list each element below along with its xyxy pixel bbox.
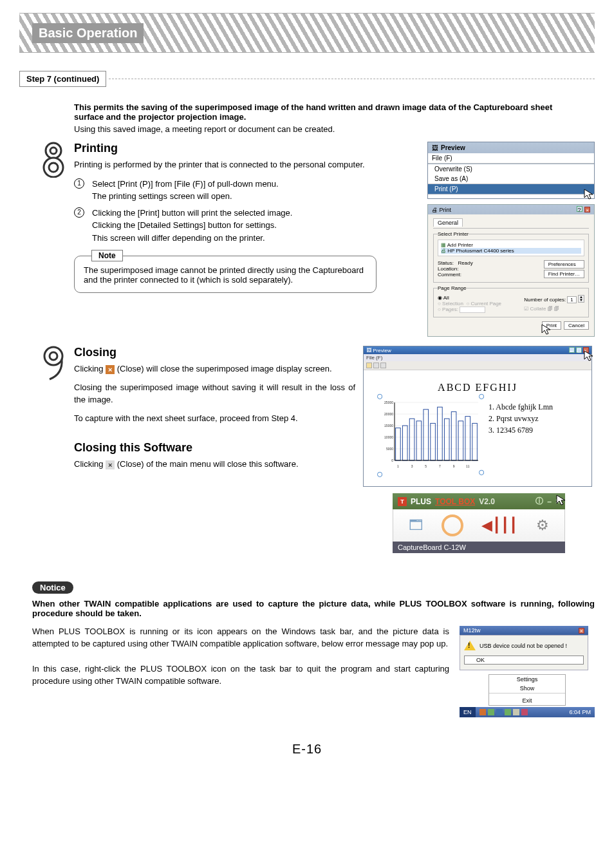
- svg-text:7: 7: [439, 464, 441, 468]
- printing-title: Printing: [74, 142, 414, 155]
- intro-sub: Using this saved image, a meeting report…: [74, 124, 569, 134]
- ctx-show[interactable]: Show: [489, 684, 565, 693]
- error-title: M12tw: [463, 627, 481, 634]
- preferences-button[interactable]: Preferences: [544, 260, 584, 269]
- closing-p1: Clicking × (Close) will close the superi…: [74, 363, 355, 375]
- overwrite-item[interactable]: Overwrite (S): [428, 164, 594, 174]
- lang-indicator[interactable]: EN: [460, 707, 476, 717]
- find-printer-button[interactable]: Find Printer…: [544, 270, 584, 278]
- bar-chart: 05000100001500020000250001357911: [378, 399, 481, 469]
- svg-rect-24: [438, 407, 443, 460]
- step-chip: Step 7 (continued): [19, 71, 106, 87]
- help-icon[interactable]: ⓘ: [535, 496, 543, 507]
- canvas-list-1: 1. Abcde fghijk Lmn: [488, 401, 553, 413]
- brand-plus: PLUS: [411, 497, 431, 506]
- superimposed-preview-window: 🖼 Preview ‒ ▢ × File (F) A: [363, 346, 592, 487]
- notice-bold: When other TWAIN compatible applications…: [32, 599, 595, 618]
- page-number: E-16: [19, 742, 595, 757]
- capture-button[interactable]: [442, 514, 463, 536]
- note-text: The superimposed image cannot be printed…: [84, 265, 367, 285]
- saveas-item[interactable]: Save as (A): [428, 174, 594, 184]
- marker-circle-icon: ○: [478, 390, 485, 403]
- notice-p1: When PLUS TOOLBOX is running or its icon…: [32, 626, 449, 650]
- taskbar-time: 6:04 PM: [565, 707, 595, 717]
- step-bar: Step 7 (continued): [19, 71, 595, 87]
- print-item[interactable]: Print (P): [428, 184, 594, 194]
- tray-icon[interactable]: [479, 709, 486, 715]
- minimize-icon[interactable]: ‒: [569, 347, 575, 353]
- dialog-cancel-button[interactable]: Cancel: [564, 321, 589, 330]
- svg-text:11: 11: [466, 464, 470, 468]
- notice-p2: In this case, right-click the PLUS TOOLB…: [32, 663, 449, 688]
- cursor-icon: [584, 350, 595, 362]
- location-label: Location:: [438, 266, 473, 272]
- error-message: USB device could not be opened !: [479, 643, 567, 649]
- tray-icon[interactable]: [505, 709, 511, 715]
- print-step-2: 2Clicking the [Print] button will print …: [74, 207, 414, 245]
- tray-icon[interactable]: [488, 709, 494, 715]
- tool-icon[interactable]: [380, 363, 386, 368]
- comment-label: Comment:: [438, 272, 473, 278]
- copies-value[interactable]: 1: [567, 296, 576, 303]
- collate-icon: 🗐 🗐: [548, 306, 559, 312]
- tool-icon[interactable]: [373, 363, 379, 368]
- ctx-exit[interactable]: Exit: [489, 696, 565, 705]
- brand-tool: TOOL BOX: [435, 497, 475, 506]
- canvas-list-2: 2. Pqrst uvwxyz: [488, 413, 553, 424]
- svg-rect-25: [444, 419, 449, 460]
- taskbar: EN 6:04 PM: [460, 707, 595, 717]
- error-dialog: M12tw × USB device could not be opened !…: [460, 626, 588, 670]
- canvas-heading: ABCD EFGHIJ: [378, 382, 577, 393]
- svg-text:25000: 25000: [384, 401, 393, 404]
- status-value: Ready: [458, 260, 473, 266]
- svg-rect-20: [409, 419, 414, 460]
- cursor-icon: [541, 324, 553, 335]
- status-label: Status:: [438, 260, 454, 266]
- range-selection: ○ Selection ○ Current Page: [438, 301, 501, 307]
- svg-text:5: 5: [425, 464, 427, 468]
- close-icon[interactable]: ×: [579, 628, 584, 634]
- intro-bold: This permits the saving of the superimpo…: [74, 102, 552, 122]
- close-icon: ×: [106, 460, 115, 469]
- closing-p2: Closing the superimposed image without s…: [74, 382, 355, 406]
- step-number-9-icon: [42, 346, 65, 553]
- spinner-icon[interactable]: ▲▼: [578, 295, 584, 303]
- print-dialog: 🖨 Print ? × General Select Printer ▦ Add…: [427, 204, 595, 337]
- ok-button[interactable]: OK: [464, 656, 584, 665]
- printer-entry[interactable]: 🖨 HP Photosmart C4400 series: [441, 248, 581, 254]
- general-tab[interactable]: General: [433, 218, 463, 227]
- close-icon: ×: [106, 365, 115, 374]
- tool-icon[interactable]: [366, 363, 372, 368]
- minimize-icon[interactable]: –: [547, 497, 552, 506]
- tray-icon[interactable]: [513, 709, 519, 715]
- svg-point-5: [50, 352, 57, 360]
- close-icon[interactable]: ×: [584, 207, 590, 212]
- marker-circle-icon: ○: [478, 466, 485, 479]
- help-icon[interactable]: ?: [577, 206, 582, 212]
- file-menu-item[interactable]: File (F): [428, 153, 594, 164]
- svg-point-3: [49, 163, 58, 172]
- svg-rect-18: [396, 428, 401, 460]
- context-menu: Settings Show Exit: [488, 674, 566, 706]
- svg-text:3: 3: [411, 464, 413, 468]
- add-printer-item[interactable]: ▦ Add Printer: [441, 242, 581, 248]
- preview-title: Preview: [441, 144, 465, 151]
- svg-text:5000: 5000: [386, 447, 393, 451]
- svg-rect-27: [458, 421, 463, 460]
- svg-text:9: 9: [453, 464, 455, 468]
- svg-rect-26: [451, 411, 456, 460]
- svg-rect-19: [402, 426, 407, 460]
- logo-icon: T: [398, 497, 407, 506]
- ctx-settings[interactable]: Settings: [489, 675, 565, 684]
- tray-icon[interactable]: [521, 709, 528, 715]
- range-all[interactable]: ◉ All: [438, 295, 501, 301]
- file-menu[interactable]: File (F): [364, 354, 591, 361]
- feed-icon[interactable]: ◀┃┃┃: [481, 517, 517, 534]
- closing-p3: To capture with the next sheet surface, …: [74, 413, 355, 425]
- notice-chip: Notice: [32, 581, 73, 594]
- settings-icon[interactable]: ⚙: [536, 517, 549, 534]
- scan-icon[interactable]: 🗔: [409, 517, 423, 534]
- tray-icon[interactable]: [496, 709, 503, 715]
- svg-text:20000: 20000: [384, 412, 393, 416]
- maximize-icon[interactable]: ▢: [576, 347, 582, 353]
